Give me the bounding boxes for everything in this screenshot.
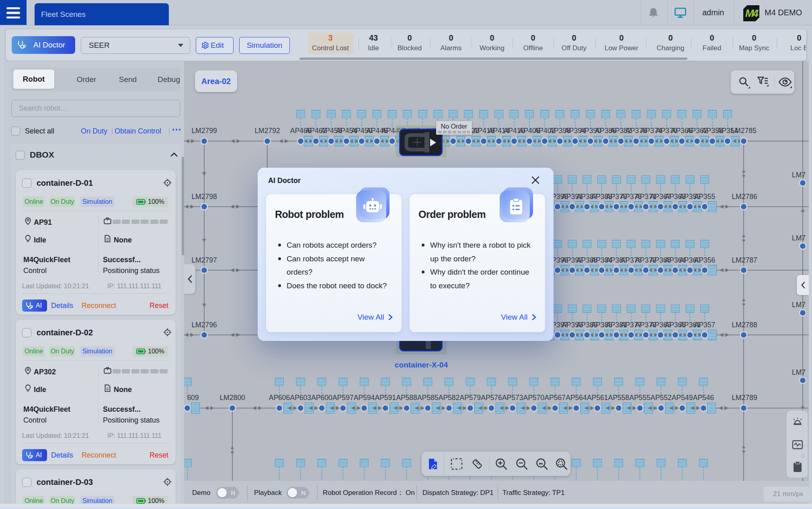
svg-text:AP582: AP582	[439, 394, 460, 402]
svg-text:AP588: AP588	[396, 394, 417, 402]
svg-text:AP564: AP564	[566, 394, 587, 402]
svg-text:LM2789: LM2789	[732, 394, 757, 402]
svg-text:AP552: AP552	[650, 394, 672, 402]
svg-text:AP594: AP594	[354, 394, 375, 402]
svg-text:AP606: AP606	[269, 394, 290, 402]
svg-text:container-X-04: container-X-04	[395, 361, 448, 369]
svg-text:LM2788: LM2788	[732, 321, 757, 329]
svg-text:AP567: AP567	[545, 394, 566, 402]
svg-text:LM2796: LM2796	[191, 321, 217, 329]
svg-text:AP356: AP356	[694, 256, 716, 264]
svg-text:LM2786: LM2786	[732, 193, 757, 201]
svg-text:AP561: AP561	[587, 394, 608, 402]
svg-text:AP603: AP603	[290, 394, 312, 402]
svg-text:LM2799: LM2799	[191, 127, 217, 135]
svg-text:AP591: AP591	[375, 394, 396, 402]
svg-text:AP579: AP579	[460, 394, 481, 402]
svg-text:LM7: LM7	[792, 301, 806, 309]
svg-text:LM2797: LM2797	[191, 256, 217, 264]
svg-text:LM2792: LM2792	[254, 127, 280, 135]
svg-text:AP573: AP573	[502, 394, 523, 402]
svg-text:AP576: AP576	[481, 394, 502, 402]
svg-text:LM7: LM7	[792, 368, 806, 376]
svg-text:AP597: AP597	[332, 394, 354, 402]
svg-text:AP570: AP570	[523, 394, 545, 402]
svg-text:LM7: LM7	[792, 171, 806, 179]
svg-text:609: 609	[187, 394, 199, 402]
svg-text:LM2785: LM2785	[731, 127, 756, 135]
svg-text:AP558: AP558	[608, 394, 630, 402]
svg-text:AP585: AP585	[417, 394, 439, 402]
svg-text:LM2800: LM2800	[219, 394, 245, 402]
svg-text:AP355: AP355	[694, 193, 716, 201]
svg-text:AP600: AP600	[311, 394, 332, 402]
svg-text:LM2787: LM2787	[732, 256, 757, 264]
svg-text:AP549: AP549	[672, 394, 693, 402]
svg-text:AP357: AP357	[694, 321, 716, 329]
svg-text:AP546: AP546	[693, 394, 714, 402]
svg-text:LM2798: LM2798	[191, 193, 217, 201]
svg-text:LM7: LM7	[792, 234, 806, 242]
svg-text:AP555: AP555	[630, 394, 651, 402]
